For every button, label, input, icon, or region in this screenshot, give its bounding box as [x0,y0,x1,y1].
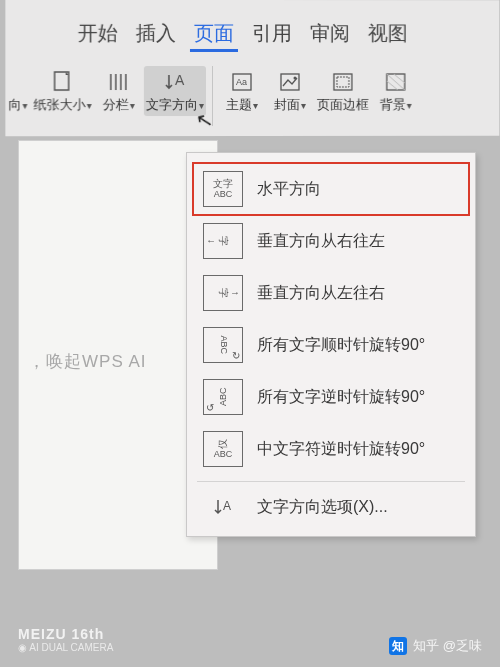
svg-text:A: A [223,499,231,513]
menu-item-chinese-ccw[interactable]: 仅ABC 中文字符逆时针旋转90° [193,423,469,475]
rotate-cw-icon: ABC↻ [203,327,243,363]
tab-reference[interactable]: 引用 [248,18,296,52]
menu-label: 文字方向选项(X)... [257,497,388,518]
theme-icon: Aa [230,68,254,96]
chevron-down-icon: ▾ [22,100,27,111]
document-hint-text: ，唤起WPS AI [28,350,147,373]
menu-label: 水平方向 [257,179,321,200]
columns-button[interactable]: 分栏▾ [96,66,142,116]
device-watermark: MEIZU 16th ◉ AI DUAL CAMERA [18,626,113,653]
ribbon-tabs: 开始 插入 页面 引用 审阅 视图 [5,0,499,62]
zhihu-icon: 知 [389,637,407,655]
vertical-rtl-icon: 字← [203,223,243,259]
ribbon-panel: 开始 插入 页面 引用 审阅 视图 向▾ 纸张大小▾ 分栏▾ A 文字方向▾ [5,0,499,136]
chevron-down-icon: ▾ [199,100,204,111]
cover-button[interactable]: 封面▾ [267,66,313,116]
menu-item-rotate-ccw[interactable]: ABC↺ 所有文字逆时针旋转90° [193,371,469,423]
theme-button[interactable]: Aa 主题▾ [219,66,265,116]
menu-item-options[interactable]: A 文字方向选项(X)... [193,488,469,526]
svg-rect-11 [337,77,349,87]
vertical-ltr-icon: 字→ [203,275,243,311]
menu-item-vertical-ltr[interactable]: 字→ 垂直方向从左往右 [193,267,469,319]
chevron-down-icon: ▾ [130,100,135,111]
svg-text:A: A [175,72,185,88]
chevron-down-icon: ▾ [301,99,306,110]
toolbar: 向▾ 纸张大小▾ 分栏▾ A 文字方向▾ Aa 主题▾ [5,62,499,136]
chevron-down-icon: ▾ [87,100,92,111]
text-direction-button[interactable]: A 文字方向▾ [144,66,206,116]
page-border-icon [331,68,355,96]
text-direction-menu: 文字ABC 水平方向 字← 垂直方向从右往左 字→ 垂直方向从左往右 ABC↻ … [186,152,476,537]
cover-icon [278,68,302,96]
menu-divider [197,481,465,482]
menu-label: 所有文字逆时针旋转90° [257,387,425,408]
tab-view[interactable]: 视图 [364,18,412,52]
menu-label: 垂直方向从右往左 [257,231,385,252]
rotate-ccw-icon: ABC↺ [203,379,243,415]
svg-point-9 [293,76,296,79]
menu-item-horizontal[interactable]: 文字ABC 水平方向 [193,163,469,215]
page-border-button[interactable]: 页面边框 [315,66,371,116]
chevron-down-icon: ▾ [253,99,258,110]
tab-page[interactable]: 页面 [190,18,238,52]
horizontal-icon: 文字ABC [203,171,243,207]
menu-label: 中文字符逆时针旋转90° [257,439,425,460]
chinese-ccw-icon: 仅ABC [203,431,243,467]
tab-insert[interactable]: 插入 [132,18,180,52]
menu-item-rotate-cw[interactable]: ABC↻ 所有文字顺时针旋转90° [193,319,469,371]
background-icon [384,68,408,96]
paper-size-button[interactable]: 纸张大小▾ [31,66,93,116]
menu-label: 所有文字顺时针旋转90° [257,335,425,356]
columns-icon [107,68,131,96]
menu-label: 垂直方向从左往右 [257,283,385,304]
text-direction-icon: A [162,68,188,96]
tab-review[interactable]: 审阅 [306,18,354,52]
svg-text:Aa: Aa [236,77,247,87]
orientation-button[interactable]: 向▾ [5,66,29,116]
separator [212,66,213,126]
options-icon: A [203,496,243,518]
tab-start[interactable]: 开始 [74,18,122,52]
source-watermark: 知 知乎 @乏味 [389,637,482,655]
chevron-down-icon: ▾ [407,99,412,110]
paper-size-icon [52,68,74,96]
background-button[interactable]: 背景▾ [373,66,419,116]
menu-item-vertical-rtl[interactable]: 字← 垂直方向从右往左 [193,215,469,267]
